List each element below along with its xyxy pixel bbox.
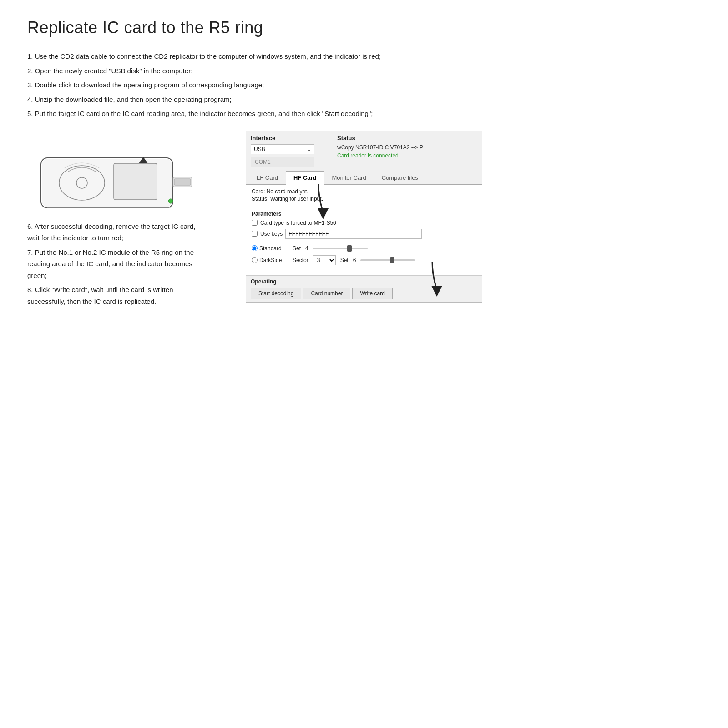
step5-text: 5. Put the target IC card on the IC card… xyxy=(27,108,437,120)
write-card-button[interactable]: Write card xyxy=(352,288,392,299)
use-keys-row: Use keys xyxy=(252,229,476,239)
instructions-block: 1. Use the CD2 data cable to connect the… xyxy=(27,51,437,120)
tab-lf-card[interactable]: LF Card xyxy=(249,171,286,184)
card-line: Card: No card read yet. xyxy=(252,188,476,195)
card-number-button[interactable]: Card number xyxy=(303,288,350,299)
set-label-1: Set xyxy=(293,245,301,252)
usb-select[interactable]: USB ⌄ xyxy=(251,144,314,154)
standard-radio[interactable] xyxy=(252,245,258,251)
mf1-label: Card type is forced to MF1-S50 xyxy=(260,220,336,226)
set-value-1: 4 xyxy=(305,245,308,252)
use-keys-label: Use keys xyxy=(260,231,283,237)
interface-col: Interface USB ⌄ COM1 xyxy=(246,131,328,171)
sector-label: Sector xyxy=(293,257,308,263)
card-info-section: Card: No card read yet. Status: Waiting … xyxy=(246,185,482,207)
darkside-radio[interactable] xyxy=(252,257,258,263)
sector-select[interactable]: 3 0 1 2 xyxy=(313,255,336,265)
tabs-row: LF Card HF Card Monitor Card Compare fil… xyxy=(246,171,482,185)
standard-slider-container xyxy=(313,248,368,249)
step7-text: 7. Put the No.1 or No.2 IC module of the… xyxy=(27,247,209,282)
mf1-checkbox[interactable] xyxy=(252,220,258,226)
interface-status-row: Interface USB ⌄ COM1 Status wCopy NSR107… xyxy=(246,131,482,171)
params-label: Parameters xyxy=(252,211,476,217)
step8-text: 8. Click "Write card", wait until the ca… xyxy=(27,284,209,307)
step1-text: 1. Use the CD2 data cable to connect the… xyxy=(27,51,437,62)
keys-input[interactable] xyxy=(285,229,422,239)
tab-monitor-card[interactable]: Monitor Card xyxy=(324,171,374,184)
step2-text: 2. Open the newly created "USB disk" in … xyxy=(27,65,437,77)
title-divider xyxy=(27,42,701,42)
interface-label: Interface xyxy=(251,135,323,142)
svg-rect-4 xyxy=(114,163,157,200)
standard-row: Standard Set 4 xyxy=(252,245,476,252)
darkside-radio-label[interactable]: DarkSide xyxy=(252,257,288,263)
step3-text: 3. Double click to download the operatin… xyxy=(27,79,437,91)
left-column: 6. After successful decoding, remove the… xyxy=(27,131,218,310)
standard-radio-label[interactable]: Standard xyxy=(252,245,288,252)
standard-slider-track xyxy=(313,248,368,249)
start-decoding-button[interactable]: Start decoding xyxy=(251,288,301,299)
svg-rect-8 xyxy=(174,179,191,185)
set-value-2: 6 xyxy=(353,257,356,263)
status-connected: Card reader is connected... xyxy=(337,152,477,159)
right-column: Interface USB ⌄ COM1 Status wCopy NSR107… xyxy=(246,131,701,303)
tab-hf-card[interactable]: HF Card xyxy=(286,171,324,185)
darkside-row: DarkSide Sector 3 0 1 2 Set 6 xyxy=(252,255,476,265)
set-label-2: Set xyxy=(340,257,349,263)
svg-point-9 xyxy=(168,199,173,203)
status-col: Status wCopy NSR107-IDIC V701A2 --> P Ca… xyxy=(333,131,482,162)
darkside-slider-container xyxy=(360,259,415,261)
operating-section: Operating Start decoding Card number Wri… xyxy=(246,275,482,302)
step6-text: 6. After successful decoding, remove the… xyxy=(27,221,209,244)
tab-compare-files[interactable]: Compare files xyxy=(374,171,426,184)
standard-label: Standard xyxy=(259,245,282,252)
operating-label: Operating xyxy=(251,278,477,285)
standard-slider-thumb[interactable] xyxy=(347,245,352,252)
darkside-label: DarkSide xyxy=(259,257,282,263)
status-label: Status xyxy=(337,135,477,142)
use-keys-checkbox[interactable] xyxy=(252,231,258,237)
status-version: wCopy NSR107-IDIC V701A2 --> P xyxy=(337,144,477,151)
page-title: Replicate IC card to the R5 ring xyxy=(27,18,701,37)
mode-rows: Standard Set 4 xyxy=(252,245,476,265)
status-line: Status: Waiting for user input. xyxy=(252,196,476,202)
steps-6-8-text: 6. After successful decoding, remove the… xyxy=(27,221,209,308)
buttons-row: Start decoding Card number Write card xyxy=(251,288,477,299)
com1-value: COM1 xyxy=(251,157,314,167)
software-panel: Interface USB ⌄ COM1 Status wCopy NSR107… xyxy=(246,131,482,303)
mf1-checkbox-row: Card type is forced to MF1-S50 xyxy=(252,220,476,226)
main-content: 6. After successful decoding, remove the… xyxy=(27,131,701,310)
step4-text: 4. Unzip the downloaded file, and then o… xyxy=(27,94,437,106)
device-illustration xyxy=(27,131,196,219)
parameters-section: Parameters Card type is forced to MF1-S5… xyxy=(246,207,482,275)
darkside-slider-track xyxy=(360,259,415,261)
darkside-slider-thumb[interactable] xyxy=(390,257,394,263)
